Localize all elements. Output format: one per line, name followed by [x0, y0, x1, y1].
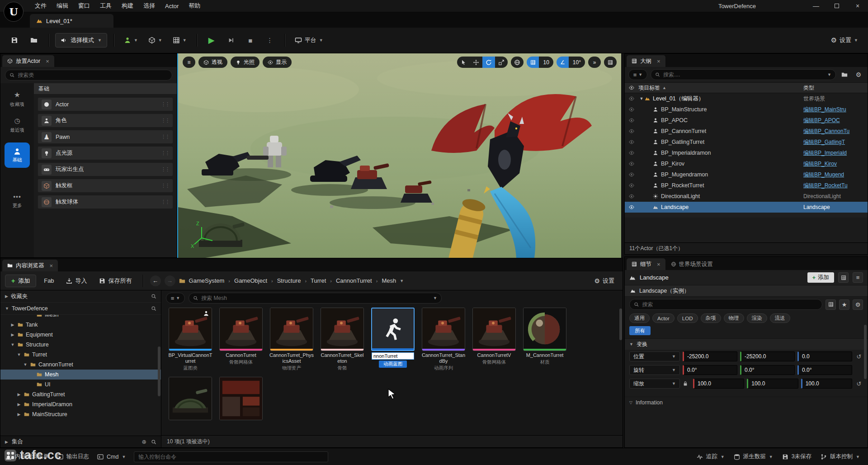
- location-z-field[interactable]: 0.0: [797, 351, 852, 361]
- rotate-tool[interactable]: [482, 57, 495, 68]
- chevron-down-icon[interactable]: ▼: [23, 362, 28, 367]
- details-search-box[interactable]: [629, 299, 822, 310]
- details-favorites-button[interactable]: ★: [839, 299, 849, 310]
- rotation-x-field[interactable]: 0.0°: [683, 365, 737, 375]
- new-folder-button[interactable]: [839, 69, 850, 80]
- asset-tile[interactable]: [218, 377, 264, 420]
- place-item-actor[interactable]: Actor ⋮⋮: [38, 97, 173, 111]
- rotation-z-field[interactable]: 0.0°: [797, 365, 852, 375]
- blueprints-dropdown[interactable]: ▼: [145, 33, 166, 47]
- asset-rename-input[interactable]: [372, 352, 414, 360]
- category-recent[interactable]: ◷ 最近项: [10, 117, 24, 133]
- frame-skip-button[interactable]: [223, 33, 239, 47]
- asset-tile-selected[interactable]: 动画蓝图: [370, 308, 415, 368]
- details-display-button[interactable]: [826, 299, 836, 310]
- asset-tile[interactable]: CannonTurret_Skeleton 骨骼: [320, 308, 365, 371]
- viewport-3d-scene[interactable]: Z X: [178, 53, 621, 258]
- minimize-button[interactable]: —: [806, 0, 826, 12]
- outliner-row-selected[interactable]: Landscape Landscape: [625, 202, 868, 213]
- drag-handle-icon[interactable]: ⋮⋮: [161, 101, 169, 107]
- edit-blueprint-link[interactable]: 编辑BP_CannonTu: [801, 128, 868, 135]
- collections-row[interactable]: ▶ 集合 ⊕: [0, 436, 161, 447]
- asset-tile[interactable]: BP_VirtualCannonTurret 蓝图类: [168, 308, 213, 371]
- asset-tile[interactable]: CannonTurret_StandBy 动画序列: [421, 308, 466, 371]
- filter-chip-all[interactable]: 所有: [629, 326, 651, 335]
- editor-mode-select[interactable]: 选择模式 ▼: [55, 33, 107, 47]
- outliner-row[interactable]: BP_RocketTurret 编辑BP_RocketTu: [625, 180, 868, 191]
- visibility-eye-icon[interactable]: [625, 107, 638, 112]
- outliner-row[interactable]: BP_Kirov 编辑BP_Kirov: [625, 158, 868, 169]
- place-item-character[interactable]: 角色 ⋮⋮: [38, 114, 173, 128]
- view-mode-dropdown[interactable]: 光照: [231, 57, 259, 68]
- edit-blueprint-link[interactable]: 编辑BP_GatlingT: [801, 138, 868, 146]
- visibility-eye-icon[interactable]: [625, 118, 638, 123]
- outliner-row-partial[interactable]: [625, 213, 868, 218]
- visibility-eye-icon[interactable]: [625, 172, 638, 177]
- viewport-menu-button[interactable]: ≡: [183, 57, 195, 68]
- reset-to-default-icon[interactable]: ↺: [855, 353, 863, 360]
- content-browser-settings-button[interactable]: ⚙ 设置: [594, 277, 618, 285]
- chevron-down-icon[interactable]: ▼: [10, 342, 15, 347]
- filter-chip-rendering[interactable]: 渲染: [747, 313, 767, 323]
- outliner-row[interactable]: BP_APOC 编辑BP_APOC: [625, 115, 868, 126]
- chevron-down-icon[interactable]: ▼: [17, 352, 21, 357]
- tree-folder[interactable]: ▶ Equipment: [0, 330, 161, 340]
- menu-actor[interactable]: Actor: [160, 0, 184, 12]
- asset-tile[interactable]: M_CannonTurret 材质: [522, 308, 567, 365]
- filter-chip-lod[interactable]: LOD: [677, 313, 698, 323]
- tree-folder[interactable]: ▶ ImperialDramon: [0, 399, 161, 409]
- output-log-button[interactable]: 输出日志: [57, 453, 89, 460]
- fab-button[interactable]: Fab: [40, 275, 58, 287]
- details-settings-button[interactable]: ⚙: [853, 299, 863, 310]
- viewport-layout-button[interactable]: [604, 57, 617, 68]
- details-menu-button[interactable]: ≡: [853, 272, 863, 283]
- place-item-trigger-box[interactable]: 触发框 ⋮⋮: [38, 179, 173, 193]
- place-item-point-light[interactable]: 点光源 ⋮⋮: [38, 146, 173, 160]
- asset-tile[interactable]: CannonTurretV 骨骼网格体: [472, 308, 517, 365]
- play-options-button[interactable]: ⋮: [262, 33, 278, 47]
- chevron-right-icon[interactable]: ▶: [10, 332, 15, 337]
- edit-blueprint-link[interactable]: 编辑BP_Mugend: [801, 171, 868, 179]
- scale-z-field[interactable]: 100.0: [801, 379, 852, 389]
- back-button[interactable]: ←: [150, 275, 161, 286]
- edit-blueprint-link[interactable]: 编辑BP_Imperiald: [801, 149, 868, 157]
- close-icon[interactable]: ×: [657, 58, 660, 65]
- trace-button[interactable]: 追踪 ▼: [697, 453, 725, 460]
- place-search-box[interactable]: [5, 70, 172, 81]
- outliner-row[interactable]: BP_GatlingTurret 编辑BP_GatlingT: [625, 137, 868, 147]
- cinematics-dropdown[interactable]: ▼: [169, 33, 190, 47]
- toolbar-overflow-button[interactable]: »: [588, 57, 601, 68]
- import-button[interactable]: 导入: [62, 275, 91, 287]
- forward-button[interactable]: →: [165, 275, 175, 286]
- category-more[interactable]: ••• 更多: [13, 193, 22, 209]
- menu-tools[interactable]: 工具: [95, 0, 117, 12]
- outliner-search-input[interactable]: [663, 71, 824, 78]
- drag-handle-icon[interactable]: ⋮⋮: [161, 183, 169, 189]
- visibility-eye-icon[interactable]: [625, 204, 638, 210]
- select-tool[interactable]: [457, 57, 470, 68]
- tree-folder[interactable]: ▶ GaltingTurret: [0, 389, 161, 399]
- rotation-dropdown[interactable]: 旋转▼: [629, 365, 680, 375]
- stop-button[interactable]: ■: [242, 33, 259, 47]
- viewport-panel[interactable]: Z X ≡ 透视 光照 显示: [177, 53, 621, 258]
- place-item-player-start[interactable]: 玩家出生点 ⋮⋮: [38, 162, 173, 176]
- tree-folder[interactable]: ▶ Tank: [0, 320, 161, 330]
- save-button[interactable]: [6, 33, 23, 47]
- component-instance-row[interactable]: Landscape（实例）: [625, 285, 868, 297]
- drag-handle-icon[interactable]: ⋮⋮: [161, 134, 169, 140]
- console-command-input[interactable]: [138, 454, 324, 460]
- visibility-eye-icon[interactable]: [625, 96, 638, 101]
- favorites-row[interactable]: ▶ 收藏夹: [0, 290, 161, 303]
- label-column-header[interactable]: 项目标签▲: [638, 84, 801, 92]
- filter-chip-physics[interactable]: 物理: [724, 313, 744, 323]
- location-dropdown[interactable]: 位置▼: [629, 351, 680, 361]
- details-search-input[interactable]: [642, 301, 818, 308]
- expand-chevron-icon[interactable]: ▼: [638, 96, 645, 101]
- chevron-right-icon[interactable]: ▶: [10, 323, 15, 327]
- tab-details[interactable]: 细节 ×: [627, 258, 665, 270]
- visibility-eye-icon[interactable]: [625, 128, 638, 134]
- grid-snap-control[interactable]: 10: [527, 57, 553, 68]
- transform-section-header[interactable]: ▼ 变换: [625, 338, 868, 350]
- cmd-dropdown[interactable]: Cmd ▼: [97, 454, 126, 460]
- unsaved-button[interactable]: 3未保存: [782, 453, 811, 460]
